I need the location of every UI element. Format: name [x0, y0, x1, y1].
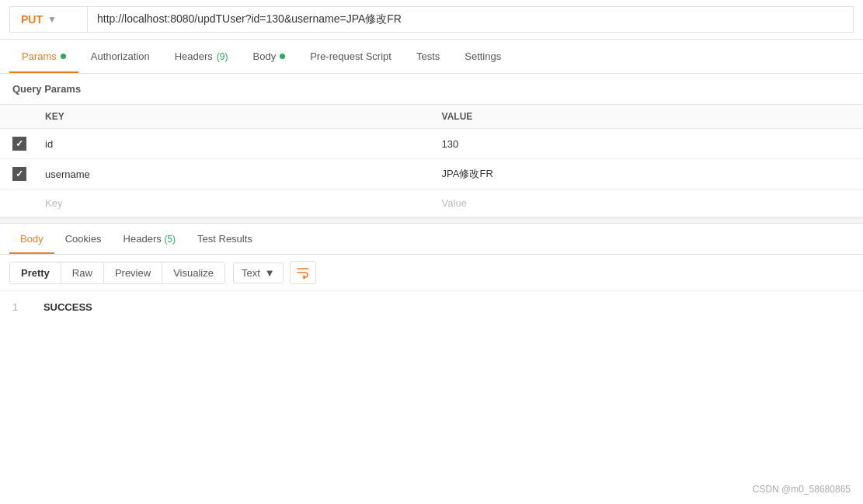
response-body: 1 SUCCESS [0, 291, 863, 322]
tab-prerequest[interactable]: Pre-request Script [298, 40, 404, 73]
body-dot [280, 54, 285, 59]
table-row: id 130 [0, 129, 863, 159]
tab-headers[interactable]: Headers (9) [162, 40, 241, 73]
text-select-chevron: ▼ [265, 267, 275, 279]
tab-tests-label: Tests [416, 50, 440, 62]
format-group: Pretty Raw Preview Visualize [9, 262, 225, 284]
row2-checkbox[interactable] [12, 167, 26, 181]
row2-checkbox-cell [0, 159, 33, 189]
request-tabs-bar: Params Authorization Headers (9) Body Pr… [0, 40, 863, 74]
row2-key[interactable]: username [33, 159, 430, 189]
tab-headers-label: Headers [175, 50, 213, 62]
tab-authorization-label: Authorization [91, 50, 150, 62]
response-tabs-bar: Body Cookies Headers (5) Test Results [0, 224, 863, 255]
tab-body[interactable]: Body [241, 40, 298, 73]
tab-params[interactable]: Params [9, 40, 78, 73]
method-selector[interactable]: PUT ▼ [9, 6, 87, 33]
tab-settings-label: Settings [465, 50, 501, 62]
response-headers-badge: (5) [164, 234, 176, 245]
response-tab-cookies[interactable]: Cookies [54, 224, 113, 254]
text-select[interactable]: Text ▼ [233, 262, 284, 283]
response-tab-testresults-label: Test Results [197, 233, 252, 245]
method-label: PUT [21, 13, 43, 26]
params-table: KEY VALUE id 130 username JPA修改FR Key Va… [0, 104, 863, 217]
col-key-header: KEY [33, 105, 430, 129]
response-tab-body[interactable]: Body [9, 224, 54, 254]
format-raw[interactable]: Raw [61, 262, 103, 284]
col-value-header: VALUE [430, 105, 863, 129]
method-chevron: ▼ [47, 14, 57, 25]
response-tab-headers-label: Headers [124, 233, 162, 245]
response-tab-headers[interactable]: Headers (5) [113, 224, 186, 254]
query-params-title: Query Params [0, 74, 863, 104]
tab-prerequest-label: Pre-request Script [310, 50, 391, 62]
tab-authorization[interactable]: Authorization [78, 40, 162, 73]
tab-settings[interactable]: Settings [452, 40, 513, 73]
table-row-empty: Key Value [0, 189, 863, 217]
row1-checkbox-cell [0, 129, 33, 159]
response-tab-body-label: Body [20, 233, 43, 245]
tab-tests[interactable]: Tests [404, 40, 452, 73]
wrap-button[interactable] [290, 261, 316, 284]
headers-badge: (9) [217, 51, 228, 62]
tab-body-label: Body [253, 50, 277, 62]
empty-value[interactable]: Value [430, 189, 863, 217]
table-row: username JPA修改FR [0, 159, 863, 189]
row2-value[interactable]: JPA修改FR [430, 159, 863, 189]
row1-value[interactable]: 130 [430, 129, 863, 159]
format-visualize[interactable]: Visualize [162, 262, 225, 284]
section-divider [0, 217, 863, 224]
row1-checkbox[interactable] [12, 137, 26, 151]
format-pretty[interactable]: Pretty [9, 262, 61, 284]
url-bar: PUT ▼ [0, 0, 863, 40]
format-preview[interactable]: Preview [103, 262, 162, 284]
url-input[interactable] [87, 6, 854, 33]
response-tab-testresults[interactable]: Test Results [186, 224, 263, 254]
tab-params-label: Params [22, 50, 57, 62]
empty-checkbox-cell [0, 189, 33, 217]
success-text: SUCCESS [43, 301, 92, 313]
format-bar: Pretty Raw Preview Visualize Text ▼ [0, 255, 863, 291]
text-select-label: Text [242, 267, 260, 279]
empty-key[interactable]: Key [33, 189, 430, 217]
col-checkbox [0, 105, 33, 129]
response-tab-cookies-label: Cookies [65, 233, 102, 245]
row1-key[interactable]: id [33, 129, 430, 159]
line-number: 1 [12, 301, 28, 313]
params-dot [61, 54, 66, 59]
